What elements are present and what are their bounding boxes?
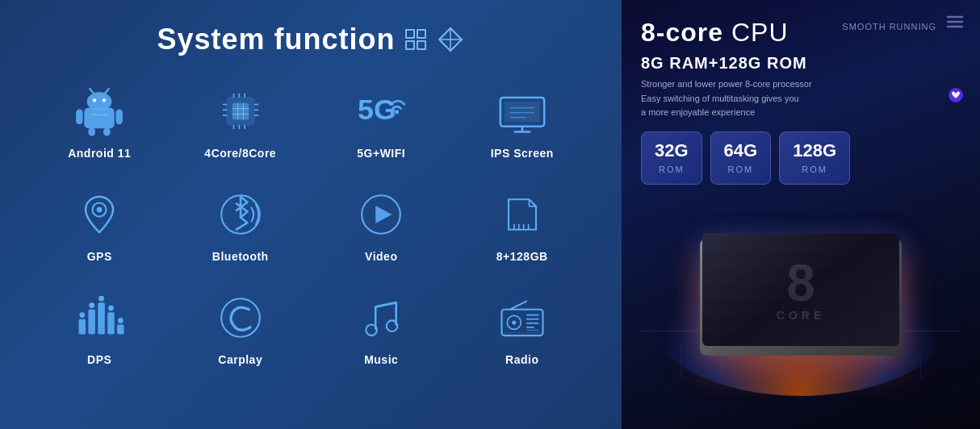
right-panel: 8-core CPU SMOOTH RUNNING 8G RAM+128G RO… [622,0,980,429]
svg-line-65 [375,302,396,306]
diamond-icon [436,25,465,54]
right-header: 8-core CPU SMOOTH RUNNING [641,18,961,48]
radio-icon [493,289,551,347]
svg-rect-54 [98,302,106,334]
radio-label: Radio [505,353,538,366]
5g-label: 5G+WIFI [357,147,405,160]
music-icon [352,289,410,347]
description: Stronger and lower power 8-core processo… [641,77,961,120]
android-label: Android 11 [68,147,131,160]
cpu-icon [211,82,270,140]
svg-line-7 [90,89,93,93]
ips-icon [493,82,551,140]
svg-point-42 [97,207,103,213]
feature-dps: DPS [32,279,167,376]
rom-buttons-group: 32G ROM 64G ROM 128G ROM [641,131,961,185]
svg-rect-52 [79,319,86,335]
title-area: System function [157,23,464,56]
video-icon [352,185,410,244]
svg-rect-9 [76,109,83,124]
storage-icon [493,185,551,244]
svg-text:5G: 5G [358,94,396,126]
feature-carplay: Carplay [174,279,308,376]
cpu-title-area: 8-core CPU [641,18,789,48]
feature-5g: 5G 5G+WIFI [314,73,449,169]
ram-rom-title: 8G RAM+128G ROM [641,54,961,73]
svg-point-5 [93,98,96,102]
svg-point-59 [98,296,104,302]
features-grid: Android 11 [32,73,589,376]
svg-point-4 [87,92,112,111]
5g-icon: 5G [352,82,410,140]
rom-64g-button[interactable]: 64G ROM [710,131,772,185]
svg-rect-53 [89,310,96,335]
android-icon [70,82,128,140]
page-title: System function [157,23,395,56]
carplay-icon [211,289,270,347]
music-label: Music [364,353,398,366]
cpu-label: 4Core/8Core [204,147,276,160]
feature-video: Video [314,176,449,273]
dps-icon [70,289,128,347]
svg-line-8 [106,89,109,93]
chip-core-text: CORE [777,309,825,322]
chip-body: 8 CORE [696,227,906,356]
video-label: Video [365,250,397,263]
svg-rect-12 [103,127,111,135]
svg-point-69 [512,320,516,324]
svg-point-57 [80,312,86,318]
bluetooth-label: Bluetooth [212,250,269,263]
rom-128g-button[interactable]: 128G ROM [779,131,850,185]
svg-point-6 [103,98,106,102]
feature-cpu: 4Core/8Core [174,73,308,169]
feature-radio: Radio [455,279,590,376]
storage-label: 8+128GB [496,250,548,263]
feature-android: Android 11 [32,73,167,169]
gps-label: GPS [87,250,112,263]
feature-storage: 8+128GB [455,176,590,273]
svg-point-33 [395,110,399,114]
menu-icon[interactable] [946,15,964,32]
svg-point-58 [90,302,95,308]
svg-rect-35 [505,102,540,123]
feature-gps: GPS [32,176,167,273]
svg-point-60 [108,306,114,311]
left-panel: System function [0,0,622,429]
feature-bluetooth: Bluetooth [174,176,308,273]
svg-point-92 [680,345,683,348]
grid-icon [405,29,426,50]
smooth-running-text: SMOOTH RUNNING [842,21,936,33]
chip-visualization: 8 CORE [641,186,961,380]
rom-32g-button[interactable]: 32G ROM [641,131,702,185]
svg-marker-45 [375,206,392,223]
svg-rect-10 [116,109,124,124]
chip-number: 8 [777,257,825,309]
smooth-running-area: SMOOTH RUNNING [842,18,961,33]
svg-rect-15 [232,103,249,119]
dps-label: DPS [87,353,111,366]
svg-rect-55 [107,312,115,334]
bluetooth-icon [211,185,270,244]
svg-rect-56 [117,325,124,335]
feature-ips: IPS Screen [455,73,590,169]
feature-music: Music [314,279,449,376]
svg-point-61 [118,318,124,323]
svg-point-64 [387,320,398,331]
svg-line-67 [509,302,526,310]
heart-icon [948,87,964,106]
carplay-label: Carplay [218,353,262,366]
cpu-title: 8-core CPU [641,18,789,48]
gps-icon [70,185,128,244]
ips-label: IPS Screen [491,147,554,160]
svg-point-63 [366,325,378,336]
svg-rect-11 [89,127,96,135]
